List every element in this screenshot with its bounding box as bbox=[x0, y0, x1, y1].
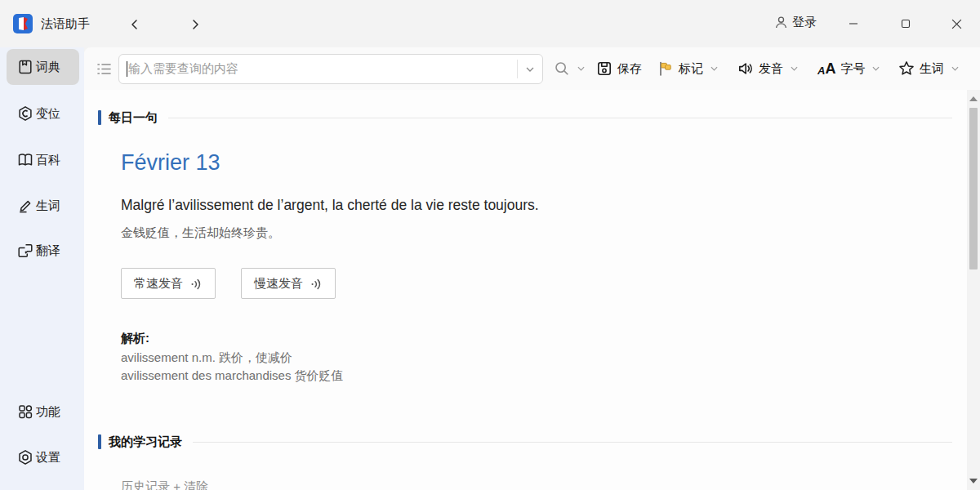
slow-speed-label: 慢速发音 bbox=[254, 276, 303, 292]
pronounce-label: 发音 bbox=[759, 61, 783, 77]
main-panel: 输入需要查询的内容 保存 bbox=[84, 47, 980, 490]
forward-arrow-icon[interactable] bbox=[189, 19, 201, 30]
flag-icon bbox=[657, 60, 674, 77]
save-button[interactable]: 保存 bbox=[596, 47, 642, 90]
sidebar-item-label: 设置 bbox=[36, 450, 60, 466]
section-title: 我的学习记录 bbox=[109, 434, 182, 450]
scrollbar-thumb[interactable] bbox=[969, 108, 978, 270]
text-caret bbox=[127, 61, 127, 77]
app-logo-icon bbox=[13, 14, 33, 33]
sidebar-item-label: 翻译 bbox=[36, 243, 60, 259]
section-divider bbox=[168, 118, 952, 118]
chevron-down-icon[interactable] bbox=[791, 66, 798, 71]
analysis-label: 解析: bbox=[121, 331, 149, 346]
section-accent-bar bbox=[98, 434, 101, 449]
app-title: 法语助手 bbox=[41, 16, 90, 32]
dictionary-icon bbox=[17, 59, 33, 75]
font-size-label: 字号 bbox=[840, 61, 865, 77]
daily-sentence-section-header: 每日一句 bbox=[98, 109, 952, 126]
sidebar-item-features[interactable]: 功能 bbox=[7, 394, 79, 430]
maximize-button[interactable] bbox=[887, 0, 924, 47]
chevron-down-icon[interactable] bbox=[577, 66, 585, 71]
sidebar-item-settings[interactable]: 设置 bbox=[7, 439, 79, 475]
font-size-button[interactable]: AA 字号 bbox=[817, 47, 880, 90]
new-word-label: 生词 bbox=[920, 61, 944, 77]
sidebar-item-label: 百科 bbox=[36, 153, 60, 168]
section-divider bbox=[193, 442, 952, 443]
section-title: 每日一句 bbox=[109, 110, 158, 126]
minimize-button[interactable] bbox=[835, 0, 872, 47]
normal-speed-label: 常速发音 bbox=[134, 276, 183, 292]
sound-wave-icon bbox=[190, 278, 203, 290]
mark-button[interactable]: 标记 bbox=[657, 47, 718, 90]
save-label: 保存 bbox=[617, 61, 642, 77]
wordlist-pencil-icon bbox=[17, 198, 33, 214]
scroll-down-arrow-icon[interactable] bbox=[969, 479, 978, 483]
login-label: 登录 bbox=[792, 15, 817, 30]
search-placeholder: 输入需要查询的内容 bbox=[128, 61, 517, 77]
sidebar-item-encyclopedia[interactable]: 百科 bbox=[7, 142, 79, 178]
search-input[interactable]: 输入需要查询的内容 bbox=[118, 54, 543, 84]
save-floppy-icon bbox=[596, 60, 612, 77]
history-list-icon[interactable] bbox=[96, 60, 113, 78]
sidebar-item-wordlist[interactable]: 生词 bbox=[7, 188, 79, 224]
new-word-button[interactable]: 生词 bbox=[898, 47, 959, 90]
search-icon bbox=[554, 60, 570, 77]
sidebar-item-label: 词典 bbox=[36, 60, 60, 75]
close-button[interactable] bbox=[938, 0, 975, 47]
titlebar: 法语助手 登录 bbox=[0, 0, 980, 47]
vertical-scrollbar[interactable] bbox=[967, 90, 980, 490]
history-record-partial-text[interactable]: 历史记录 + 清除 bbox=[121, 479, 208, 490]
search-history-dropdown[interactable] bbox=[518, 55, 542, 83]
toolbar: 输入需要查询的内容 保存 bbox=[84, 47, 980, 90]
sidebar-item-label: 变位 bbox=[36, 106, 60, 122]
chevron-down-icon[interactable] bbox=[951, 66, 959, 71]
settings-gear-icon bbox=[17, 449, 33, 466]
conjugation-icon bbox=[17, 105, 33, 122]
scroll-up-arrow-icon[interactable] bbox=[969, 96, 978, 101]
login-button[interactable]: 登录 bbox=[774, 15, 817, 30]
pronounce-button[interactable]: 发音 bbox=[737, 47, 798, 90]
mark-label: 标记 bbox=[679, 61, 703, 77]
study-record-section-header: 我的学习记录 bbox=[98, 434, 952, 450]
speaker-icon bbox=[737, 60, 754, 77]
back-arrow-icon[interactable] bbox=[129, 19, 140, 30]
french-sentence: Malgré l’avilissement de l’argent, la ch… bbox=[121, 197, 539, 214]
sound-wave-icon bbox=[310, 278, 323, 290]
content-area: 每日一句 Février 13 Malgré l’avilissement de… bbox=[84, 90, 967, 490]
daily-date[interactable]: Février 13 bbox=[121, 150, 220, 176]
encyclopedia-icon bbox=[17, 152, 33, 168]
sidebar-item-conjugation[interactable]: 变位 bbox=[7, 96, 79, 131]
analysis-line: avilissement n.m. 跌价，使减价 bbox=[121, 350, 292, 366]
normal-speed-button[interactable]: 常速发音 bbox=[121, 268, 216, 299]
sidebar-item-label: 功能 bbox=[36, 404, 60, 420]
section-accent-bar bbox=[98, 110, 101, 125]
sidebar-item-dictionary[interactable]: 词典 bbox=[7, 49, 79, 85]
apps-grid-icon bbox=[17, 403, 33, 420]
font-size-icon: AA bbox=[817, 61, 835, 76]
star-icon bbox=[898, 60, 915, 77]
slow-speed-button[interactable]: 慢速发音 bbox=[241, 268, 336, 299]
sidebar-item-label: 生词 bbox=[36, 198, 60, 214]
translate-icon bbox=[17, 243, 33, 259]
sidebar-item-translate[interactable]: 翻译 bbox=[7, 233, 79, 269]
chevron-down-icon[interactable] bbox=[710, 66, 718, 71]
sidebar: 词典 变位 百科 生词 bbox=[0, 47, 84, 490]
search-button[interactable] bbox=[554, 47, 585, 90]
analysis-line: avilissement des marchandises 货价贬值 bbox=[121, 368, 344, 384]
user-icon bbox=[774, 16, 788, 29]
chevron-down-icon[interactable] bbox=[872, 66, 880, 71]
chinese-translation: 金钱贬值，生活却始终珍贵。 bbox=[121, 225, 280, 241]
